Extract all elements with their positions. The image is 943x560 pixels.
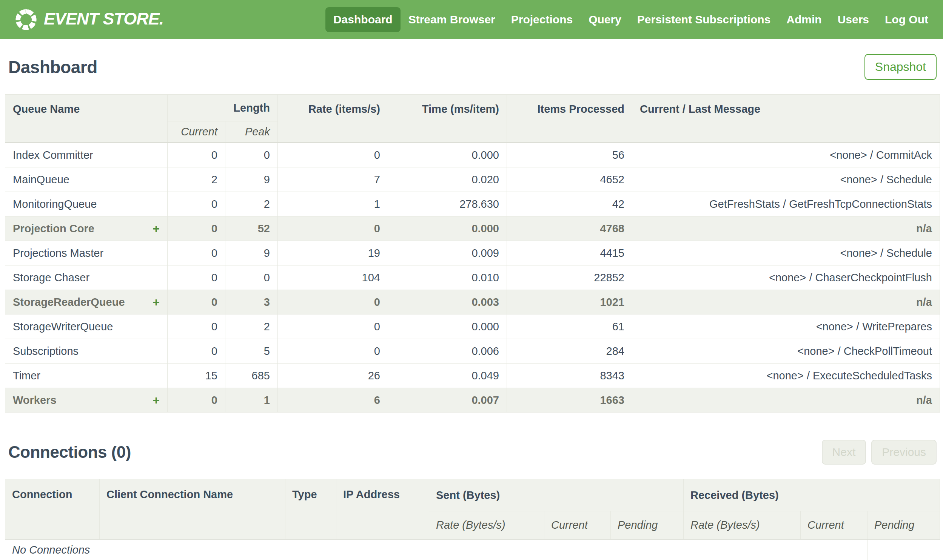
col-received-current: Current <box>801 511 867 539</box>
queue-message: n/a <box>632 217 940 241</box>
ghost-cell <box>867 539 940 560</box>
queue-name: StorageReaderQueue + <box>5 290 168 314</box>
queue-current: 0 <box>168 339 225 363</box>
col-message: Current / Last Message <box>632 95 940 143</box>
col-length-peak: Peak <box>225 122 278 143</box>
queue-time: 0.010 <box>388 266 507 290</box>
expand-icon[interactable]: + <box>153 222 160 236</box>
brand-logo[interactable]: EVENT STORE. <box>14 8 164 31</box>
col-connection: Connection <box>5 479 100 539</box>
col-sent-current: Current <box>544 511 611 539</box>
col-client-connection-name: Client Connection Name <box>100 479 286 539</box>
queue-time: 0.006 <box>388 339 507 363</box>
queue-rate: 19 <box>278 241 388 266</box>
queue-group-row[interactable]: StorageReaderQueue + 0 3 0 0.003 1021 n/… <box>5 290 940 314</box>
queue-peak: 0 <box>225 143 278 168</box>
nav-item-logout[interactable]: Log Out <box>877 7 936 32</box>
queue-message: <none> / CommitAck <box>632 143 940 168</box>
brand-name: EVENT STORE. <box>44 9 164 30</box>
queue-rate: 0 <box>278 314 388 339</box>
expand-icon[interactable]: + <box>153 393 160 407</box>
queue-message: <none> / WritePrepares <box>632 314 940 339</box>
queue-row: MainQueue 2 9 7 0.020 4652 <none> / Sche… <box>5 168 940 192</box>
queue-rate: 0 <box>278 339 388 363</box>
queue-items: 4768 <box>507 217 632 241</box>
queue-row: StorageWriterQueue 0 2 0 0.000 61 <none>… <box>5 314 940 339</box>
queue-current: 2 <box>168 168 225 192</box>
col-sent-bytes: Sent (Bytes) <box>429 479 684 511</box>
queue-name: Workers + <box>5 388 168 412</box>
queue-peak: 1 <box>225 388 278 412</box>
previous-button[interactable]: Previous <box>871 440 937 465</box>
queue-peak: 685 <box>225 363 278 388</box>
connections-table: Connection Client Connection Name Type I… <box>5 479 940 560</box>
nav-item-dashboard[interactable]: Dashboard <box>326 7 401 32</box>
queue-name: Index Committer <box>5 143 168 168</box>
nav-item-persistent-subscriptions[interactable]: Persistent Subscriptions <box>629 7 778 32</box>
queue-items: 42 <box>507 192 632 217</box>
connections-pager: Next Previous <box>822 440 937 465</box>
queue-peak: 2 <box>225 192 278 217</box>
nav-item-admin[interactable]: Admin <box>778 7 829 32</box>
queue-row: Projections Master 0 9 19 0.009 4415 <no… <box>5 241 940 266</box>
queue-group-row[interactable]: Workers + 0 1 6 0.007 1663 n/a <box>5 388 940 412</box>
queue-name: Projections Master <box>5 241 168 266</box>
queue-peak: 0 <box>225 266 278 290</box>
queue-current: 0 <box>168 143 225 168</box>
queue-items: 8343 <box>507 363 632 388</box>
page-title: Dashboard <box>8 57 97 77</box>
nav-item-query[interactable]: Query <box>580 7 629 32</box>
queue-message: GetFreshStats / GetFreshTcpConnectionSta… <box>632 192 940 217</box>
queue-items: 1663 <box>507 388 632 412</box>
queue-items: 4652 <box>507 168 632 192</box>
queues-table: Queue Name Length Rate (items/s) Time (m… <box>5 94 940 412</box>
queue-time: 0.000 <box>388 143 507 168</box>
nav-item-projections[interactable]: Projections <box>503 7 580 32</box>
queue-time: 0.007 <box>388 388 507 412</box>
connections-title: Connections (0) <box>8 443 131 462</box>
next-button[interactable]: Next <box>822 440 866 465</box>
queue-time: 0.000 <box>388 217 507 241</box>
queue-message: <none> / Schedule <box>632 241 940 266</box>
nav-item-users[interactable]: Users <box>830 7 877 32</box>
queue-current: 0 <box>168 314 225 339</box>
col-length: Length <box>168 95 278 122</box>
no-connections-row: No Connections <box>5 539 940 560</box>
queue-rate: 0 <box>278 290 388 314</box>
queue-items: 284 <box>507 339 632 363</box>
queue-rate: 104 <box>278 266 388 290</box>
event-store-ring-icon <box>14 8 38 31</box>
queue-message: n/a <box>632 290 940 314</box>
snapshot-button[interactable]: Snapshot <box>864 54 937 80</box>
queue-message: <none> / ChaserCheckpointFlush <box>632 266 940 290</box>
queue-current: 0 <box>168 192 225 217</box>
queue-current: 0 <box>168 290 225 314</box>
col-received-bytes: Received (Bytes) <box>684 479 940 511</box>
nav-item-stream-browser[interactable]: Stream Browser <box>401 7 503 32</box>
queue-peak: 5 <box>225 339 278 363</box>
queue-current: 0 <box>168 266 225 290</box>
queue-group-row[interactable]: Projection Core + 0 52 0 0.000 4768 n/a <box>5 217 940 241</box>
queue-message: n/a <box>632 388 940 412</box>
queue-time: 0.009 <box>388 241 507 266</box>
queue-message: <none> / ExecuteScheduledTasks <box>632 363 940 388</box>
queue-rate: 1 <box>278 192 388 217</box>
queue-rate: 26 <box>278 363 388 388</box>
queue-name: Projection Core + <box>5 217 168 241</box>
queue-row: Storage Chaser 0 0 104 0.010 22852 <none… <box>5 266 940 290</box>
queue-time: 278.630 <box>388 192 507 217</box>
queue-name: Storage Chaser <box>5 266 168 290</box>
queue-row: Subscriptions 0 5 0 0.006 284 <none> / C… <box>5 339 940 363</box>
queue-items: 61 <box>507 314 632 339</box>
col-queue-name: Queue Name <box>5 95 168 143</box>
queue-time: 0.020 <box>388 168 507 192</box>
queue-peak: 3 <box>225 290 278 314</box>
queue-items: 1021 <box>507 290 632 314</box>
queue-row: MonitoringQueue 0 2 1 278.630 42 GetFres… <box>5 192 940 217</box>
queue-peak: 52 <box>225 217 278 241</box>
col-items-processed: Items Processed <box>507 95 632 143</box>
queue-items: 22852 <box>507 266 632 290</box>
queue-rate: 6 <box>278 388 388 412</box>
col-ip-address: IP Address <box>336 479 429 539</box>
expand-icon[interactable]: + <box>153 295 160 309</box>
